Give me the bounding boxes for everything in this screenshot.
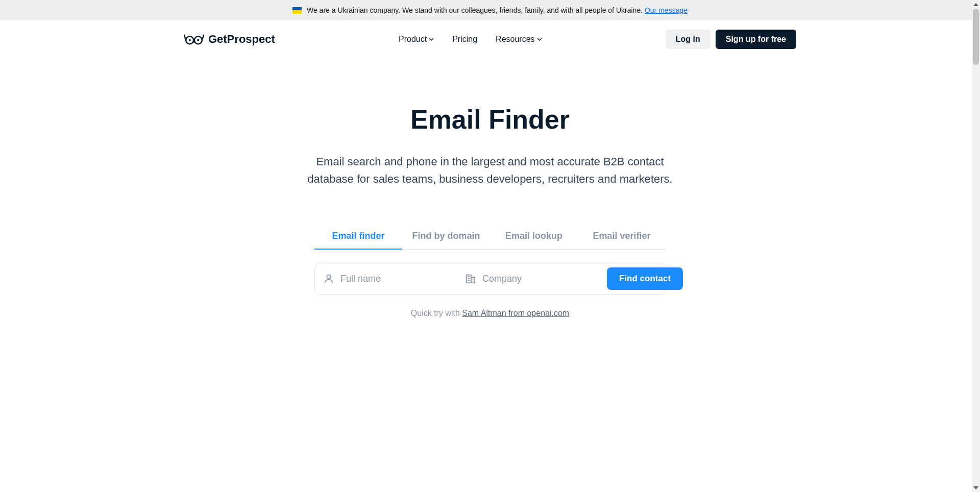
announcement-link[interactable]: Our message xyxy=(645,6,688,14)
nav-product-label: Product xyxy=(399,35,427,44)
scroll-up-arrow-icon[interactable] xyxy=(972,0,980,9)
nav-pricing-label: Pricing xyxy=(452,35,477,44)
svg-point-2 xyxy=(189,39,191,41)
nav-resources-label: Resources xyxy=(496,35,534,44)
quick-try-prefix: Quick try with xyxy=(411,309,462,317)
tab-find-by-domain[interactable]: Find by domain xyxy=(402,224,490,250)
brand-name: GetProspect xyxy=(208,33,275,46)
find-contact-button[interactable]: Find contact xyxy=(607,267,683,290)
chevron-down-icon xyxy=(429,38,434,41)
nav-product[interactable]: Product xyxy=(399,35,434,44)
nav-resources[interactable]: Resources xyxy=(496,35,542,44)
scrollbar-track[interactable] xyxy=(972,9,980,318)
announcement-text: We are a Ukrainian company. We stand wit… xyxy=(307,6,645,14)
site-header: GetProspect Product Pricing Resources Lo… xyxy=(163,20,817,58)
quick-try-link[interactable]: Sam Altman from openai.com xyxy=(462,309,569,317)
brand-logo[interactable]: GetProspect xyxy=(184,33,275,46)
header-actions: Log in Sign up for free xyxy=(666,30,796,49)
vertical-scrollbar[interactable] xyxy=(972,0,980,318)
tab-email-lookup[interactable]: Email lookup xyxy=(490,224,578,250)
person-icon xyxy=(323,273,334,284)
nav-pricing[interactable]: Pricing xyxy=(452,35,477,44)
hero-section: Email Finder Email search and phone in t… xyxy=(291,104,689,188)
quick-try: Quick try with Sam Altman from openai.co… xyxy=(314,309,666,318)
announcement-text-wrap: We are a Ukrainian company. We stand wit… xyxy=(307,6,688,14)
owl-logo-icon xyxy=(184,33,204,46)
fullname-input[interactable] xyxy=(340,274,459,284)
page-title: Email Finder xyxy=(301,104,679,135)
signup-button[interactable]: Sign up for free xyxy=(716,30,796,49)
building-icon xyxy=(465,273,476,284)
fullname-group xyxy=(323,273,459,284)
search-tabs: Email finder Find by domain Email lookup… xyxy=(314,224,666,250)
tab-email-verifier[interactable]: Email verifier xyxy=(578,224,666,250)
page-subtitle: Email search and phone in the largest an… xyxy=(301,153,679,188)
ukraine-flag-icon xyxy=(292,7,302,14)
announcement-bar: We are a Ukrainian company. We stand wit… xyxy=(0,0,980,20)
tab-email-finder[interactable]: Email finder xyxy=(314,224,402,250)
main-nav: Product Pricing Resources xyxy=(399,35,542,44)
svg-point-3 xyxy=(197,39,199,41)
svg-rect-6 xyxy=(471,277,475,283)
search-box: Find contact xyxy=(314,263,666,294)
login-button[interactable]: Log in xyxy=(666,30,710,49)
company-input[interactable] xyxy=(482,274,601,284)
company-group xyxy=(465,273,601,284)
scrollbar-thumb[interactable] xyxy=(973,9,979,65)
chevron-down-icon xyxy=(537,38,542,41)
svg-point-4 xyxy=(327,275,330,279)
